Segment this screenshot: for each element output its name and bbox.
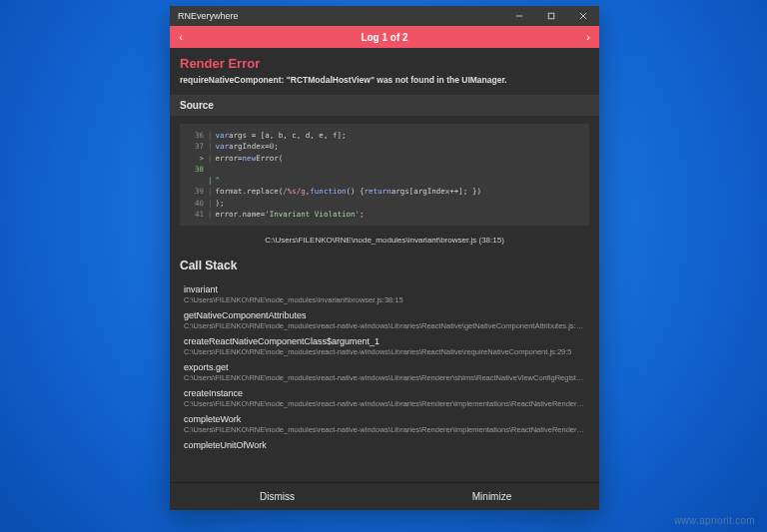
code-line: 41|error.name='Invariant Violation'; <box>188 209 581 220</box>
code-line: 39| format.replace(/%s/g,function() {ret… <box>188 186 581 197</box>
source-code: 36|var args = [a, b, c, d, e, f]; 37|var… <box>180 124 589 226</box>
maximize-window-button[interactable] <box>535 6 567 26</box>
stack-frame-path: C:\Users\FILENKO\RNE\node_modules\react-… <box>184 399 585 408</box>
stack-frame[interactable]: createReactNativeComponentClass$argument… <box>170 332 599 358</box>
minimize-icon <box>515 12 523 20</box>
stack-frame-function: completeWork <box>184 414 585 424</box>
stack-frame[interactable]: invariant C:\Users\FILENKO\RNE\node_modu… <box>170 280 599 306</box>
error-title: Render Error <box>180 56 589 71</box>
watermark-text: www.apriorit.com <box>674 515 755 526</box>
stack-frame-path: C:\Users\FILENKO\RNE\node_modules\invari… <box>184 295 585 304</box>
code-line: |^ <box>188 175 581 186</box>
window-title: RNEverywhere <box>178 11 239 21</box>
stack-frame-path: C:\Users\FILENKO\RNE\node_modules\react-… <box>184 347 585 356</box>
stack-frame-function: completeUnitOfWork <box>184 440 585 450</box>
stack-frame-function: getNativeComponentAttributes <box>184 310 585 320</box>
log-counter: Log 1 of 2 <box>192 32 577 43</box>
stack-frame-function: createInstance <box>184 388 585 398</box>
titlebar: RNEverywhere <box>170 6 599 26</box>
close-window-button[interactable] <box>567 6 599 26</box>
stack-frame-function: exports.get <box>184 362 585 372</box>
close-icon <box>579 12 587 20</box>
next-log-button[interactable]: › <box>577 31 599 43</box>
svg-rect-1 <box>548 13 554 19</box>
source-file-path: C:\Users\FILENKO\RNE\node_modules\invari… <box>170 234 599 253</box>
desktop-background: RNEverywhere ‹ Log 1 of 2 › Render Error… <box>0 0 767 532</box>
stack-frame[interactable]: completeWork C:\Users\FILENKO\RNE\node_m… <box>170 410 599 436</box>
stack-frame-path: C:\Users\FILENKO\RNE\node_modules\react-… <box>184 425 585 434</box>
source-section-header: Source <box>170 95 599 116</box>
code-line: 40|); <box>188 198 581 209</box>
minimize-button[interactable]: Minimize <box>384 483 599 510</box>
minimize-window-button[interactable] <box>503 6 535 26</box>
error-message: requireNativeComponent: "RCTModalHostVie… <box>180 75 589 85</box>
prev-log-button[interactable]: ‹ <box>170 31 192 43</box>
call-stack-list: invariant C:\Users\FILENKO\RNE\node_modu… <box>170 276 599 452</box>
stack-frame[interactable]: completeUnitOfWork <box>170 436 599 452</box>
stack-frame-function: createReactNativeComponentClass$argument… <box>184 336 585 346</box>
maximize-icon <box>547 12 555 20</box>
stack-frame[interactable]: createInstance C:\Users\FILENKO\RNE\node… <box>170 384 599 410</box>
dismiss-button[interactable]: Dismiss <box>170 483 384 510</box>
log-navbar: ‹ Log 1 of 2 › <box>170 26 599 48</box>
code-line-highlighted: > 38|error=new Error( <box>188 153 581 176</box>
app-window: RNEverywhere ‹ Log 1 of 2 › Render Error… <box>170 6 599 510</box>
stack-frame[interactable]: getNativeComponentAttributes C:\Users\FI… <box>170 306 599 332</box>
error-body[interactable]: Source 36|var args = [a, b, c, d, e, f];… <box>170 95 599 482</box>
footer-bar: Dismiss Minimize <box>170 482 599 510</box>
stack-frame-function: invariant <box>184 284 585 294</box>
code-line: 36|var args = [a, b, c, d, e, f]; <box>188 130 581 141</box>
stack-frame-path: C:\Users\FILENKO\RNE\node_modules\react-… <box>184 373 585 382</box>
code-line: 37|var argIndex=0; <box>188 141 581 152</box>
callstack-section-header: Call Stack <box>170 253 599 276</box>
error-header: Render Error requireNativeComponent: "RC… <box>170 48 599 95</box>
stack-frame[interactable]: exports.get C:\Users\FILENKO\RNE\node_mo… <box>170 358 599 384</box>
stack-frame-path: C:\Users\FILENKO\RNE\node_modules\react-… <box>184 321 585 330</box>
